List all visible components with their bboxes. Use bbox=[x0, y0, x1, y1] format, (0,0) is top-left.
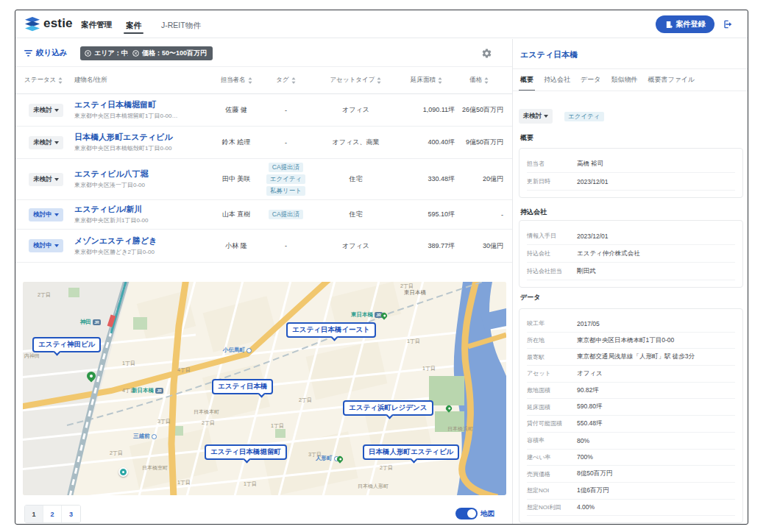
jr-badge-icon: JR bbox=[155, 388, 163, 394]
tag-chip: CA提出済 bbox=[269, 210, 303, 219]
sort-icon bbox=[248, 77, 252, 84]
building-address: 東京都中央区勝どき2丁目0-00 bbox=[74, 248, 214, 256]
building-address: 東京都中央区日本橋蛎殻町1丁目0-00 bbox=[74, 144, 214, 152]
header-tab-2[interactable]: J-REIT物件 bbox=[161, 21, 201, 31]
tags-cell: - bbox=[258, 107, 313, 114]
detail-value: 80% bbox=[577, 437, 589, 444]
register-case-button[interactable]: 案件登録 bbox=[656, 15, 714, 33]
case-list-pane: 絞り込み エリア：中央区価格：50〜100百万円 ステータス建物名/住所担当者名… bbox=[15, 39, 512, 524]
detail-value: 700% bbox=[577, 453, 593, 461]
column-header[interactable]: アセットタイプ bbox=[313, 76, 398, 85]
detail-row: 持込会社担当剛田武 bbox=[527, 263, 735, 280]
building-name-link[interactable]: メゾンエスティ勝どき bbox=[74, 236, 214, 246]
map[interactable]: 2丁目内神田1丁目4丁目4丁目3丁目日本橋本町2丁目2丁目日本橋室町1丁目1丁目… bbox=[23, 282, 506, 495]
building-name-link[interactable]: エスティビル/新川 bbox=[74, 205, 214, 214]
asset-type: 住宅 bbox=[313, 210, 398, 219]
column-header[interactable]: 価格 bbox=[455, 76, 503, 85]
table-row[interactable]: 未検討エスティビル八丁堀東京都中央区湊一丁目0-00田中 美咲CA提出済エクイテ… bbox=[15, 159, 512, 200]
map-area-label: 3丁目 bbox=[157, 418, 171, 425]
detail-value: 東京都交通局浅草線「人形町」駅 徒歩3分 bbox=[577, 352, 695, 361]
floor-area: 400.40坪 bbox=[398, 138, 455, 147]
price: - bbox=[455, 211, 503, 219]
table-row[interactable]: 未検討日本橋人形町エスティビル東京都中央区日本橋蛎殻町1丁目0-00鈴木 絵理-… bbox=[15, 127, 512, 159]
tags-cell: - bbox=[258, 242, 313, 249]
column-header[interactable]: 担当者名 bbox=[214, 76, 258, 85]
section-card: 竣工年2017/05所在地東京都中央区日本橋本町1丁目0-00最寄駅東京都交通局… bbox=[519, 308, 743, 523]
detail-label: 所在地 bbox=[527, 336, 577, 344]
status-dropdown[interactable]: 未検討 bbox=[29, 136, 63, 149]
map-area-label: 1丁目 bbox=[407, 338, 420, 345]
detail-row: 容積率80% bbox=[527, 433, 735, 450]
app-title: 案件管理 bbox=[81, 20, 112, 30]
detail-label: 持込会社担当 bbox=[527, 267, 577, 275]
sort-icon bbox=[377, 77, 381, 84]
page-button-2[interactable]: 2 bbox=[43, 506, 62, 522]
map-property-label[interactable]: 日本橋人形町エスティビル bbox=[363, 444, 459, 460]
building-plus-icon bbox=[665, 21, 673, 29]
detail-value: オフィス bbox=[577, 369, 603, 378]
map-toggle-wrap: 地図 bbox=[455, 508, 494, 519]
asset-type: 住宅 bbox=[313, 174, 398, 184]
detail-label: 敷地面積 bbox=[527, 386, 577, 394]
column-header[interactable]: タグ bbox=[258, 76, 313, 85]
header-tab-1[interactable]: 案件 bbox=[126, 21, 141, 31]
detail-tab-1[interactable]: 概要 bbox=[520, 75, 533, 91]
price: 9億50百万円 bbox=[455, 138, 503, 147]
map-area-label: 東日本橋 bbox=[404, 289, 426, 297]
floor-area: 595.10坪 bbox=[398, 210, 455, 219]
remove-filter-icon bbox=[85, 50, 91, 57]
filter-button[interactable]: 絞り込み bbox=[24, 48, 68, 58]
map-station-label: 人形町 bbox=[316, 455, 339, 462]
building-name-link[interactable]: エスティ日本橋堀留町 bbox=[74, 100, 214, 110]
table-row[interactable]: 未検討エスティ日本橋堀留町東京都中央区日本橋堀留町1丁目0-00…佐藤 健-オフ… bbox=[15, 94, 512, 127]
detail-value: 2017/05 bbox=[577, 320, 600, 327]
detail-status-dropdown[interactable]: 未検討 bbox=[519, 109, 553, 124]
map-area-label: 1丁目 bbox=[422, 365, 436, 372]
detail-value: 東京都中央区日本橋本町1丁目0-00 bbox=[577, 336, 674, 345]
table-row[interactable]: 検討中エスティビル/新川東京都中央区新川1丁目0-00山本 直樹CA提出済住宅5… bbox=[15, 200, 512, 230]
jr-badge-icon: JR bbox=[93, 319, 101, 325]
detail-value: 550.48坪 bbox=[577, 419, 603, 428]
detail-tab-3[interactable]: データ bbox=[581, 75, 600, 91]
section-card: 担当者高橋 裕司更新日時2023/12/01 bbox=[519, 148, 743, 198]
map-toggle[interactable] bbox=[455, 508, 478, 519]
status-dropdown[interactable]: 未検討 bbox=[29, 104, 63, 117]
sort-icon bbox=[484, 77, 489, 84]
map-area-label: 日本橋人形町 bbox=[358, 483, 389, 490]
detail-tab-2[interactable]: 持込会社 bbox=[544, 75, 570, 91]
app-window: estie 案件管理 案件J-REIT物件 案件登録 絞り込み エリア：中央区価… bbox=[15, 10, 748, 525]
detail-row: 所在地東京都中央区日本橋本町1丁目0-00 bbox=[527, 333, 735, 350]
page-button-1[interactable]: 1 bbox=[25, 506, 43, 522]
status-dropdown[interactable]: 検討中 bbox=[29, 208, 63, 221]
map-area-label: 1丁目 bbox=[244, 480, 257, 488]
column-header[interactable]: 延床面積 bbox=[398, 76, 455, 85]
detail-label: 想定NOI利回 bbox=[527, 503, 577, 511]
page-button-3[interactable]: 3 bbox=[62, 506, 80, 522]
map-property-label[interactable]: エスティ日本橋 bbox=[212, 379, 273, 394]
status-dropdown[interactable]: 検討中 bbox=[29, 239, 63, 252]
map-pin-teal[interactable] bbox=[118, 467, 128, 477]
floor-area: 330.48坪 bbox=[398, 174, 455, 184]
filter-chip[interactable]: 価格：50〜100百万円 bbox=[128, 46, 213, 60]
price: 30億円 bbox=[455, 241, 503, 251]
metro-badge-icon bbox=[152, 434, 157, 439]
detail-tab-4[interactable]: 類似物件 bbox=[611, 75, 637, 91]
detail-value: 2023/12/01 bbox=[577, 178, 609, 185]
column-header[interactable]: ステータス bbox=[24, 76, 74, 85]
detail-row: 想定NOI利回4.00% bbox=[527, 500, 735, 517]
logout-icon[interactable] bbox=[722, 18, 734, 30]
status-dropdown[interactable]: 未検討 bbox=[29, 173, 63, 186]
table-row[interactable]: 検討中メゾンエスティ勝どき東京都中央区勝どき2丁目0-00小林 隆-オフィス38… bbox=[15, 230, 512, 263]
map-property-label[interactable]: エスティ日本橋堀留町 bbox=[205, 444, 287, 460]
detail-value: エスティ仲介株式会社 bbox=[577, 249, 640, 258]
manager-name: 山本 直樹 bbox=[214, 210, 258, 219]
building-name-link[interactable]: 日本橋人形町エスティビル bbox=[74, 132, 214, 142]
map-station-label: 新日本橋JR bbox=[132, 387, 163, 394]
building-name-link[interactable]: エスティビル八丁堀 bbox=[74, 169, 214, 179]
map-property-label[interactable]: エスティ日本橋イースト bbox=[286, 322, 376, 338]
detail-tab-5[interactable]: 概要書ファイル bbox=[648, 75, 695, 91]
map-property-label[interactable]: エスティ浜町レジデンス bbox=[343, 400, 433, 416]
map-property-label[interactable]: エスティ神田ビル bbox=[32, 337, 101, 352]
gear-icon[interactable] bbox=[481, 48, 492, 59]
detail-row: 想定NOI1億6百万円 bbox=[527, 483, 735, 500]
